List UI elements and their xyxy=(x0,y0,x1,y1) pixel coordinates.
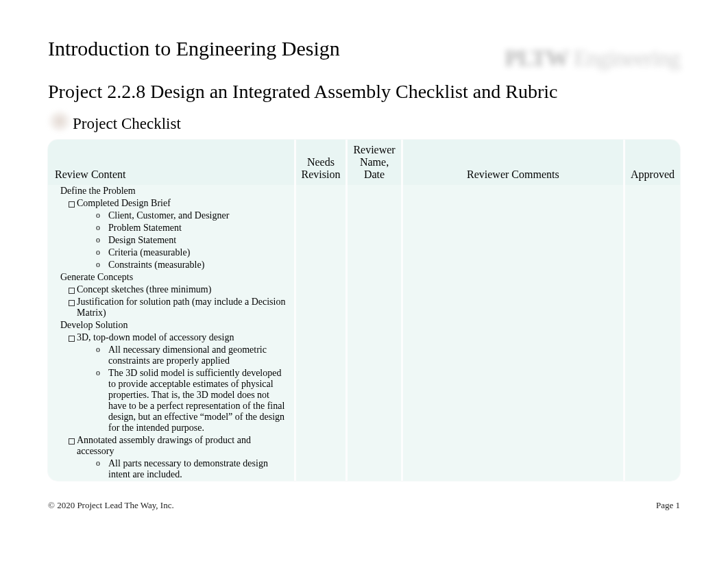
reviewer-name-cell xyxy=(347,185,402,197)
col-header-review: Review Content xyxy=(48,140,295,185)
needs-revision-cell xyxy=(295,185,347,197)
reviewer-name-cell xyxy=(347,344,402,367)
review-content-cell: Generate Concepts xyxy=(48,271,295,284)
table-row: All parts necessary to demonstrate desig… xyxy=(48,458,680,481)
review-item: Constraints (measurable) xyxy=(53,260,289,271)
table-row: The 3D solid model is sufficiently devel… xyxy=(48,367,680,434)
reviewer-comments-cell xyxy=(402,319,624,331)
table-row: Concept sketches (three minimum) xyxy=(48,284,680,296)
review-content-cell: Annotated assembly drawings of product a… xyxy=(48,434,295,458)
approved-cell xyxy=(624,319,680,331)
approved-cell xyxy=(624,259,680,271)
approved-cell xyxy=(624,284,680,296)
reviewer-name-cell xyxy=(347,458,402,481)
approved-cell xyxy=(624,210,680,222)
review-item: Design Statement xyxy=(53,235,289,246)
table-row: All necessary dimensional and geometric … xyxy=(48,344,680,367)
needs-revision-cell xyxy=(295,458,347,481)
review-content-cell: All parts necessary to demonstrate desig… xyxy=(48,458,295,481)
checklist-table-wrap: Review Content Needs Revision Reviewer N… xyxy=(48,140,680,481)
page-subtitle: Project 2.2.8 Design an Integrated Assem… xyxy=(48,81,680,103)
needs-revision-cell xyxy=(295,296,347,319)
reviewer-name-cell xyxy=(347,367,402,434)
decorative-blob xyxy=(48,111,71,132)
reviewer-name-cell xyxy=(347,259,402,271)
table-row: Completed Design Brief xyxy=(48,197,680,210)
reviewer-comments-cell xyxy=(402,234,624,247)
footer-page: Page 1 xyxy=(656,500,680,511)
review-item: Generate Concepts xyxy=(53,272,289,283)
reviewer-name-cell xyxy=(347,296,402,319)
approved-cell xyxy=(624,222,680,234)
col-header-needs: Needs Revision xyxy=(295,140,347,185)
reviewer-name-cell xyxy=(347,284,402,296)
checklist-table: Review Content Needs Revision Reviewer N… xyxy=(48,140,680,481)
reviewer-comments-cell xyxy=(402,185,624,197)
table-row: Justification for solution path (may inc… xyxy=(48,296,680,319)
reviewer-comments-cell xyxy=(402,331,624,344)
table-row: Generate Concepts xyxy=(48,271,680,284)
review-item: Concept sketches (three minimum) xyxy=(53,284,289,295)
needs-revision-cell xyxy=(295,197,347,210)
table-body: Define the ProblemCompleted Design Brief… xyxy=(48,185,680,481)
reviewer-name-cell xyxy=(347,197,402,210)
reviewer-name-cell xyxy=(347,271,402,284)
review-content-cell: 3D, top-down model of accessory design xyxy=(48,331,295,344)
review-content-cell: Develop Solution xyxy=(48,319,295,331)
review-item: Define the Problem xyxy=(53,186,289,197)
approved-cell xyxy=(624,247,680,259)
reviewer-name-cell xyxy=(347,247,402,259)
document-header: PLTW Engineering Introduction to Enginee… xyxy=(48,37,680,103)
table-row: Problem Statement xyxy=(48,222,680,234)
reviewer-comments-cell xyxy=(402,222,624,234)
footer-copyright: © 2020 Project Lead The Way, Inc. xyxy=(48,500,174,511)
reviewer-name-cell xyxy=(347,331,402,344)
approved-cell xyxy=(624,344,680,367)
reviewer-comments-cell xyxy=(402,197,624,210)
reviewer-name-cell xyxy=(347,319,402,331)
review-content-cell: Constraints (measurable) xyxy=(48,259,295,271)
needs-revision-cell xyxy=(295,247,347,259)
needs-revision-cell xyxy=(295,234,347,247)
needs-revision-cell xyxy=(295,319,347,331)
page-footer: © 2020 Project Lead The Way, Inc. Page 1 xyxy=(48,500,680,511)
reviewer-name-cell xyxy=(347,222,402,234)
col-header-approved: Approved xyxy=(624,140,680,185)
review-item: All parts necessary to demonstrate desig… xyxy=(53,458,289,480)
reviewer-comments-cell xyxy=(402,367,624,434)
logo-light: Engineering xyxy=(574,45,680,71)
reviewer-name-cell xyxy=(347,234,402,247)
review-item: All necessary dimensional and geometric … xyxy=(53,345,289,366)
needs-revision-cell xyxy=(295,331,347,344)
logo-bold: PLTW xyxy=(505,45,568,71)
reviewer-comments-cell xyxy=(402,434,624,458)
review-content-cell: Define the Problem xyxy=(48,185,295,197)
needs-revision-cell xyxy=(295,344,347,367)
reviewer-comments-cell xyxy=(402,259,624,271)
reviewer-comments-cell xyxy=(402,344,624,367)
approved-cell xyxy=(624,331,680,344)
approved-cell xyxy=(624,234,680,247)
reviewer-name-cell xyxy=(347,434,402,458)
table-row: Criteria (measurable) xyxy=(48,247,680,259)
review-item: Develop Solution xyxy=(53,320,289,331)
review-content-cell: The 3D solid model is sufficiently devel… xyxy=(48,367,295,434)
needs-revision-cell xyxy=(295,367,347,434)
review-content-cell: Design Statement xyxy=(48,234,295,247)
reviewer-comments-cell xyxy=(402,210,624,222)
review-content-cell: Client, Customer, and Designer xyxy=(48,210,295,222)
table-row: Annotated assembly drawings of product a… xyxy=(48,434,680,458)
review-item: Completed Design Brief xyxy=(53,198,289,209)
col-header-comments: Reviewer Comments xyxy=(402,140,624,185)
table-row: 3D, top-down model of accessory design xyxy=(48,331,680,344)
needs-revision-cell xyxy=(295,434,347,458)
review-content-cell: All necessary dimensional and geometric … xyxy=(48,344,295,367)
needs-revision-cell xyxy=(295,210,347,222)
table-row: Design Statement xyxy=(48,234,680,247)
col-header-reviewer: Reviewer Name, Date xyxy=(347,140,402,185)
review-item: Client, Customer, and Designer xyxy=(53,210,289,221)
reviewer-comments-cell xyxy=(402,296,624,319)
review-content-cell: Concept sketches (three minimum) xyxy=(48,284,295,296)
table-row: Define the Problem xyxy=(48,185,680,197)
review-item: Problem Statement xyxy=(53,223,289,234)
